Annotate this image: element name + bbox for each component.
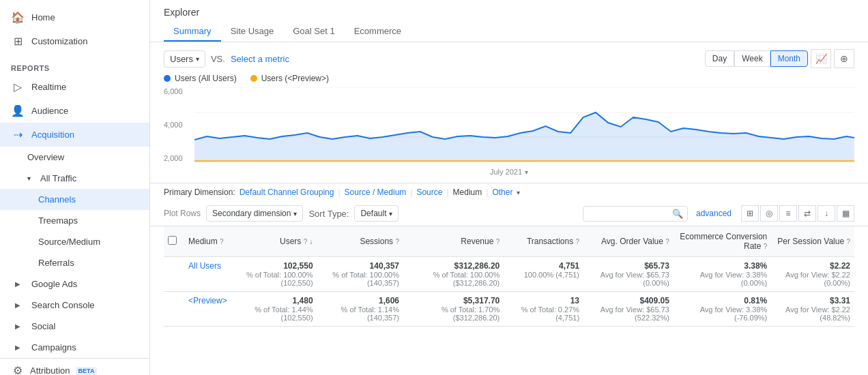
explorer-title: Explorer — [164, 7, 854, 18]
dim-other[interactable]: Other — [492, 188, 512, 197]
time-btn-week[interactable]: Week — [734, 50, 770, 67]
conversion-val-0: 3.38% — [744, 261, 767, 271]
legend-dot-all-users — [164, 75, 171, 82]
chart-pie-icon-btn[interactable]: ⊕ — [834, 49, 854, 68]
sidebar-item-realtime[interactable]: ▷ Realtime — [0, 75, 149, 99]
th-per-session[interactable]: Per Session Value ? — [771, 226, 854, 257]
td-transactions-0: 4,751 100.00% (4,751) — [504, 257, 583, 292]
sidebar-sub-all-traffic[interactable]: ▾ All Traffic — [0, 168, 149, 189]
users-sub-1: % of Total: 1.44% (102,550) — [235, 305, 313, 322]
table-icon-grid[interactable]: ⊞ — [741, 205, 759, 222]
sidebar-sub-source-medium[interactable]: Source/Medium — [0, 231, 149, 252]
tab-summary[interactable]: Summary — [164, 22, 221, 42]
per-session-sub-1: Avg for View: $2.22 (48.82%) — [775, 305, 850, 322]
audience-icon: 👤 — [11, 104, 25, 117]
table-header-row: Medium ? Users ? ↓ Sessions ? Revenue — [164, 226, 854, 257]
sort-type-arrow: ▾ — [389, 210, 392, 217]
search-icon[interactable]: 🔍 — [672, 209, 683, 219]
dim-default[interactable]: Default Channel Grouping — [240, 188, 334, 197]
transactions-val-1: 13 — [570, 296, 579, 305]
sidebar-item-google-ads[interactable]: ▶ Google Ads — [0, 273, 149, 295]
secondary-dim-label: Secondary dimension — [212, 209, 291, 218]
time-btn-day[interactable]: Day — [705, 50, 734, 67]
th-checkbox — [164, 226, 184, 257]
td-avg-order-1: $409.05 Avg for View: $65.73 (522.32%) — [583, 292, 674, 327]
sidebar-all-traffic-label: All Traffic — [40, 173, 76, 183]
sidebar-item-social[interactable]: ▶ Social — [0, 316, 149, 337]
table-row: All Users 102,550 % of Total: 100.00% (1… — [164, 257, 854, 292]
vs-label: VS. — [211, 54, 225, 64]
home-icon: 🏠 — [11, 11, 25, 24]
sort-type-value: Default — [360, 209, 386, 218]
th-transactions[interactable]: Transactions ? — [504, 226, 583, 257]
sidebar-sub-overview[interactable]: Overview — [0, 147, 149, 168]
td-sessions-1: 1,606 % of Total: 1.14% (140,357) — [317, 292, 403, 327]
sidebar-item-customization[interactable]: ⊞ Customization — [0, 29, 149, 53]
table-icon-bar[interactable]: ≡ — [779, 205, 797, 222]
per-session-sub-0: Avg for View: $2.22 (0.00%) — [775, 271, 850, 287]
dim-sep-4: | — [486, 188, 488, 197]
sidebar-item-home[interactable]: 🏠 Home — [0, 5, 149, 29]
th-users[interactable]: Users ? ↓ — [231, 226, 317, 257]
tab-site-usage[interactable]: Site Usage — [221, 22, 284, 42]
conversion-sub-1: Avg for View: 3.38% (-76.09%) — [678, 305, 767, 322]
table-controls: Plot Rows Secondary dimension ▾ Sort Typ… — [150, 201, 868, 226]
th-avg-order[interactable]: Avg. Order Value ? — [583, 226, 674, 257]
table-icon-group: ⊞ ◎ ≡ ⇄ ↓ ▦ — [741, 205, 854, 222]
th-users-label: Users — [280, 237, 301, 246]
advanced-link[interactable]: advanced — [696, 209, 732, 218]
y-label-4000: 4,000 — [164, 121, 194, 129]
y-label-6000: 6,000 — [164, 87, 194, 95]
chart-svg-container — [194, 87, 854, 162]
time-btn-month[interactable]: Month — [770, 50, 808, 67]
tab-goal-set-1[interactable]: Goal Set 1 — [283, 22, 344, 42]
th-revenue-help: ? — [496, 238, 500, 245]
th-conversion[interactable]: Ecommerce Conversion Rate ? — [674, 226, 771, 257]
table-icon-more[interactable]: ▦ — [837, 205, 854, 222]
plot-rows-button: Plot Rows — [164, 209, 201, 218]
users-sub-0: % of Total: 100.00% (102,550) — [235, 271, 313, 287]
table-icon-pivot[interactable]: ⇄ — [798, 205, 816, 222]
sidebar-google-ads-label: Google Ads — [31, 279, 77, 289]
sort-type-dropdown[interactable]: Default ▾ — [354, 205, 399, 222]
td-checkbox-1 — [164, 292, 184, 327]
dim-medium[interactable]: Medium — [453, 188, 482, 197]
sidebar-item-attribution[interactable]: ⚙ Attribution BETA — [0, 358, 149, 375]
x-label-arrow: ▾ — [525, 168, 528, 176]
th-sessions-help: ? — [395, 238, 399, 245]
th-users-sort: ↓ — [310, 238, 313, 245]
table-icon-download[interactable]: ↓ — [818, 205, 835, 222]
sidebar-item-acquisition[interactable]: ⇢ Acquisition — [0, 123, 149, 147]
tab-ecommerce[interactable]: Ecommerce — [345, 22, 411, 42]
secondary-dim-dropdown[interactable]: Secondary dimension ▾ — [206, 205, 303, 222]
sidebar-sub-channels[interactable]: Channels — [0, 189, 149, 210]
th-avg-order-label: Avg. Order Value — [601, 237, 663, 246]
revenue-sub-0: % of Total: 100.00% ($312,286.20) — [407, 271, 500, 287]
sidebar-overview-label: Overview — [27, 152, 64, 162]
table-icon-pie[interactable]: ◎ — [760, 205, 778, 222]
th-sessions[interactable]: Sessions ? — [317, 226, 403, 257]
sidebar-item-audience[interactable]: 👤 Audience — [0, 99, 149, 123]
sidebar-sub-referrals[interactable]: Referrals — [0, 252, 149, 273]
dim-source-medium[interactable]: Source / Medium — [345, 188, 407, 197]
sidebar-item-campaigns[interactable]: ▶ Campaigns — [0, 337, 149, 358]
search-input[interactable] — [588, 209, 669, 218]
metric-select[interactable]: Users ▾ — [164, 50, 205, 68]
td-medium-0: All Users — [184, 257, 231, 292]
td-users-1: 1,480 % of Total: 1.44% (102,550) — [231, 292, 317, 327]
chart-line-icon-btn[interactable]: 📈 — [811, 49, 831, 68]
sidebar-sub-treemaps[interactable]: Treemaps — [0, 210, 149, 231]
sidebar-campaigns-label: Campaigns — [31, 342, 76, 352]
select-all-checkbox[interactable] — [168, 236, 177, 245]
sidebar: 🏠 Home ⊞ Customization REPORTS ▷ Realtim… — [0, 0, 150, 375]
sidebar-item-search-console[interactable]: ▶ Search Console — [0, 295, 149, 316]
select-metric-link[interactable]: Select a metric — [231, 54, 289, 64]
explorer-header: Explorer Summary Site Usage Goal Set 1 E… — [150, 0, 868, 42]
sidebar-search-console-label: Search Console — [31, 300, 95, 310]
metric-select-arrow: ▾ — [196, 55, 199, 63]
legend-preview: Users (<Preview>) — [250, 74, 329, 83]
dim-source[interactable]: Source — [416, 188, 442, 197]
th-medium: Medium ? — [184, 226, 231, 257]
th-revenue[interactable]: Revenue ? — [403, 226, 504, 257]
td-transactions-1: 13 % of Total: 0.27% (4,751) — [504, 292, 583, 327]
